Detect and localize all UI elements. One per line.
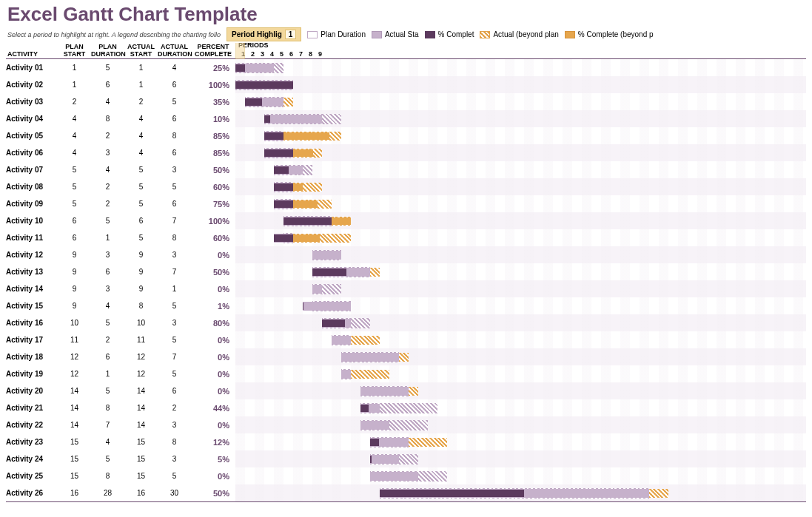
table-row[interactable]: Activity 021616100% (6, 76, 806, 93)
plan-duration-cell[interactable]: 5 (91, 217, 124, 225)
plan-duration-cell[interactable]: 3 (91, 251, 124, 259)
plan-start-cell[interactable]: 14 (58, 404, 91, 412)
actual-duration-cell[interactable]: 6 (158, 149, 191, 157)
actual-start-cell[interactable]: 5 (124, 200, 158, 208)
table-row[interactable]: Activity 1493910% (6, 280, 806, 297)
plan-duration-cell[interactable]: 1 (91, 234, 124, 242)
actual-duration-cell[interactable]: 6 (158, 115, 191, 123)
plan-start-cell[interactable]: 16 (58, 489, 91, 497)
actual-start-cell[interactable]: 6 (124, 217, 158, 225)
percent-complete-cell[interactable]: 50% (191, 166, 235, 175)
percent-complete-cell[interactable]: 75% (191, 200, 235, 209)
percent-complete-cell[interactable]: 25% (191, 64, 235, 72)
plan-start-cell[interactable]: 15 (58, 455, 91, 463)
plan-duration-cell[interactable]: 3 (91, 149, 124, 157)
actual-start-cell[interactable]: 9 (124, 268, 158, 276)
actual-duration-cell[interactable]: 5 (158, 336, 191, 344)
actual-start-cell[interactable]: 15 (124, 438, 158, 446)
plan-duration-cell[interactable]: 8 (91, 115, 124, 123)
actual-start-cell[interactable]: 16 (124, 489, 158, 497)
plan-duration-cell[interactable]: 28 (91, 489, 124, 497)
table-row[interactable]: Activity 1610510380% (6, 314, 806, 331)
actual-duration-cell[interactable]: 7 (158, 353, 191, 361)
plan-duration-cell[interactable]: 5 (91, 387, 124, 395)
percent-complete-cell[interactable]: 5% (191, 455, 235, 464)
actual-start-cell[interactable]: 14 (124, 404, 158, 412)
plan-start-cell[interactable]: 6 (58, 234, 91, 242)
plan-duration-cell[interactable]: 4 (91, 438, 124, 446)
plan-start-cell[interactable]: 12 (58, 370, 91, 378)
plan-duration-cell[interactable]: 5 (91, 319, 124, 327)
table-row[interactable]: Activity 201451460% (6, 382, 806, 399)
percent-complete-cell[interactable]: 0% (191, 251, 235, 260)
plan-duration-cell[interactable]: 8 (91, 404, 124, 412)
plan-duration-cell[interactable]: 5 (91, 64, 124, 72)
actual-start-cell[interactable]: 2 (124, 98, 158, 106)
table-row[interactable]: Activity 221471430% (6, 416, 806, 433)
actual-start-cell[interactable]: 12 (124, 370, 158, 378)
percent-complete-cell[interactable]: 12% (191, 438, 235, 447)
actual-duration-cell[interactable]: 6 (158, 81, 191, 89)
table-row[interactable]: Activity 08525560% (6, 178, 806, 195)
plan-start-cell[interactable]: 5 (58, 183, 91, 191)
actual-duration-cell[interactable]: 30 (158, 489, 191, 497)
period-highlight-value[interactable]: 1 (285, 30, 297, 39)
table-row[interactable]: Activity 13969750% (6, 263, 806, 280)
actual-duration-cell[interactable]: 1 (158, 285, 191, 293)
actual-duration-cell[interactable]: 8 (158, 438, 191, 446)
plan-duration-cell[interactable]: 4 (91, 98, 124, 106)
table-row[interactable]: Activity 106567100% (6, 212, 806, 229)
plan-duration-cell[interactable]: 4 (91, 302, 124, 310)
percent-complete-cell[interactable]: 10% (191, 115, 235, 124)
actual-duration-cell[interactable]: 7 (158, 217, 191, 225)
percent-complete-cell[interactable]: 60% (191, 183, 235, 192)
actual-duration-cell[interactable]: 2 (158, 404, 191, 412)
actual-start-cell[interactable]: 5 (124, 234, 158, 242)
plan-duration-cell[interactable]: 1 (91, 370, 124, 378)
plan-duration-cell[interactable]: 6 (91, 268, 124, 276)
percent-complete-cell[interactable]: 85% (191, 149, 235, 158)
actual-start-cell[interactable]: 15 (124, 472, 158, 480)
percent-complete-cell[interactable]: 0% (191, 353, 235, 362)
actual-duration-cell[interactable]: 5 (158, 183, 191, 191)
table-row[interactable]: Activity 06434685% (6, 144, 806, 161)
actual-duration-cell[interactable]: 5 (158, 302, 191, 310)
plan-duration-cell[interactable]: 6 (91, 353, 124, 361)
percent-complete-cell[interactable]: 80% (191, 319, 235, 328)
actual-start-cell[interactable]: 1 (124, 64, 158, 72)
percent-complete-cell[interactable]: 35% (191, 98, 235, 107)
actual-start-cell[interactable]: 5 (124, 183, 158, 191)
actual-start-cell[interactable]: 1 (124, 81, 158, 89)
percent-complete-cell[interactable]: 85% (191, 132, 235, 141)
actual-start-cell[interactable]: 4 (124, 149, 158, 157)
table-row[interactable]: Activity 171121150% (6, 331, 806, 348)
plan-start-cell[interactable]: 9 (58, 285, 91, 293)
actual-duration-cell[interactable]: 7 (158, 268, 191, 276)
percent-complete-cell[interactable]: 44% (191, 404, 235, 413)
plan-start-cell[interactable]: 15 (58, 472, 91, 480)
plan-start-cell[interactable]: 2 (58, 98, 91, 106)
actual-duration-cell[interactable]: 4 (158, 64, 191, 72)
percent-complete-cell[interactable]: 100% (191, 217, 235, 226)
actual-start-cell[interactable]: 4 (124, 132, 158, 140)
percent-complete-cell[interactable]: 0% (191, 285, 235, 294)
actual-start-cell[interactable]: 14 (124, 421, 158, 429)
actual-duration-cell[interactable]: 3 (158, 455, 191, 463)
actual-start-cell[interactable]: 12 (124, 353, 158, 361)
plan-start-cell[interactable]: 10 (58, 319, 91, 327)
plan-duration-cell[interactable]: 8 (91, 472, 124, 480)
actual-duration-cell[interactable]: 8 (158, 132, 191, 140)
actual-duration-cell[interactable]: 5 (158, 98, 191, 106)
actual-duration-cell[interactable]: 3 (158, 421, 191, 429)
table-row[interactable]: Activity 2315415812% (6, 433, 806, 450)
actual-duration-cell[interactable]: 3 (158, 166, 191, 174)
plan-start-cell[interactable]: 14 (58, 387, 91, 395)
percent-complete-cell[interactable]: 0% (191, 387, 235, 396)
plan-start-cell[interactable]: 11 (58, 336, 91, 344)
plan-start-cell[interactable]: 6 (58, 217, 91, 225)
percent-complete-cell[interactable]: 100% (191, 81, 235, 89)
plan-start-cell[interactable]: 5 (58, 200, 91, 208)
actual-duration-cell[interactable]: 3 (158, 319, 191, 327)
plan-start-cell[interactable]: 14 (58, 421, 91, 429)
plan-start-cell[interactable]: 4 (58, 149, 91, 157)
